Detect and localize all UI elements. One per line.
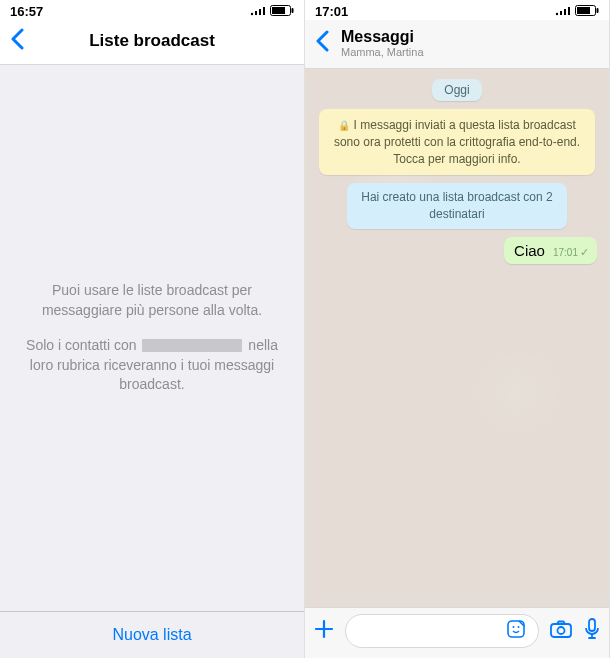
svg-rect-17 <box>551 624 571 637</box>
message-input[interactable] <box>345 614 539 648</box>
status-indicators <box>250 4 294 19</box>
page-title: Liste broadcast <box>32 31 272 51</box>
signal-icon <box>555 4 571 19</box>
svg-rect-6 <box>292 8 294 13</box>
nav-header: Messaggi Mamma, Martina <box>305 20 609 69</box>
message-meta: 17:01 ✓ <box>553 246 589 259</box>
svg-rect-10 <box>568 7 570 15</box>
input-toolbar <box>305 607 609 658</box>
broadcast-lists-screen: 16:57 Liste broadcast Puoi usare le list… <box>0 0 305 658</box>
svg-rect-5 <box>272 7 285 14</box>
date-separator: Oggi <box>432 79 481 101</box>
battery-icon <box>575 4 599 19</box>
back-button[interactable] <box>315 30 337 56</box>
microphone-button[interactable] <box>583 617 601 645</box>
new-list-button[interactable]: Nuova lista <box>0 611 304 658</box>
svg-point-16 <box>518 626 520 628</box>
lock-icon: 🔒 <box>338 120 350 131</box>
signal-icon <box>250 4 266 19</box>
camera-button[interactable] <box>549 619 573 643</box>
message-time: 17:01 <box>553 247 578 258</box>
svg-rect-12 <box>577 7 590 14</box>
battery-icon <box>270 4 294 19</box>
broadcast-info-body: Puoi usare le liste broadcast per messag… <box>0 65 304 611</box>
status-bar: 17:01 <box>305 0 609 20</box>
status-indicators <box>555 4 599 19</box>
svg-rect-13 <box>597 8 599 13</box>
sticker-icon[interactable] <box>506 619 526 643</box>
chat-screen: 17:01 Messaggi Mamma, Martina Oggi 🔒 I m… <box>305 0 610 658</box>
system-message: Hai creato una lista broadcast con 2 des… <box>347 183 567 229</box>
encryption-notice[interactable]: 🔒 I messaggi inviati a questa lista broa… <box>319 109 595 175</box>
chat-body: Oggi 🔒 I messaggi inviati a questa lista… <box>305 69 609 607</box>
svg-rect-8 <box>560 11 562 15</box>
status-bar: 16:57 <box>0 0 304 20</box>
attach-button[interactable] <box>313 618 335 644</box>
message-text: Ciao <box>514 242 545 259</box>
svg-rect-1 <box>255 11 257 15</box>
svg-point-0 <box>251 12 253 14</box>
svg-rect-3 <box>263 7 265 15</box>
status-time: 16:57 <box>10 4 43 19</box>
nav-header: Liste broadcast <box>0 20 304 65</box>
chat-title: Messaggi <box>341 28 424 46</box>
redacted-value <box>142 339 242 352</box>
check-icon: ✓ <box>580 246 589 259</box>
svg-point-15 <box>513 626 515 628</box>
chat-header-info[interactable]: Messaggi Mamma, Martina <box>341 28 424 58</box>
info-text-primary: Puoi usare le liste broadcast per messag… <box>20 281 284 320</box>
chat-subtitle: Mamma, Martina <box>341 46 424 58</box>
svg-rect-19 <box>589 619 595 631</box>
back-button[interactable] <box>10 28 32 54</box>
outgoing-message[interactable]: Ciao 17:01 ✓ <box>504 237 597 264</box>
info-text-secondary: Solo i contatti con nella loro rubrica r… <box>20 336 284 395</box>
svg-rect-9 <box>564 9 566 15</box>
svg-point-7 <box>556 12 558 14</box>
svg-point-18 <box>558 627 565 634</box>
status-time: 17:01 <box>315 4 348 19</box>
svg-rect-2 <box>259 9 261 15</box>
